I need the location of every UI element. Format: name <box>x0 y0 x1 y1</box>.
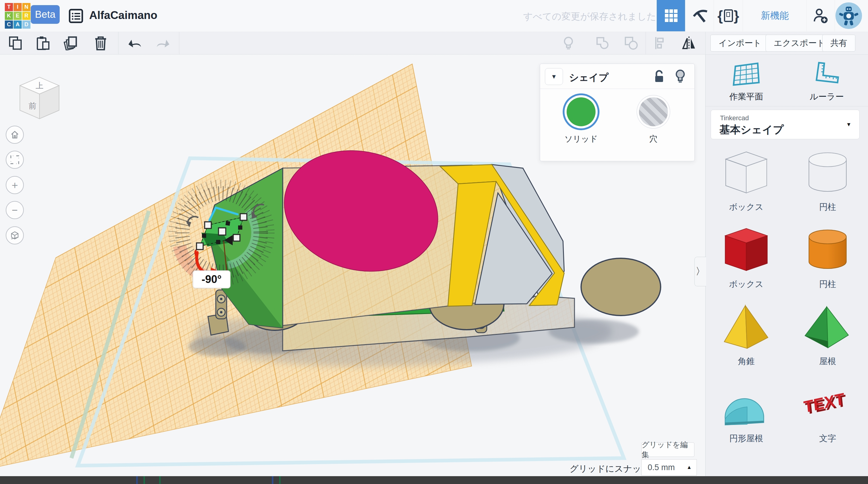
hole-label: 穴 <box>623 133 684 144</box>
library-brand: Tinkercad <box>720 114 749 122</box>
codeblocks-button[interactable]: {} <box>714 0 743 31</box>
caret-up-icon: ▲ <box>687 464 692 471</box>
shape-label: 円形屋根 <box>709 433 784 444</box>
cylinder-hole-icon <box>799 148 856 198</box>
box-red-icon <box>718 225 775 275</box>
shape-gallery: ボックス 円柱 ボックス <box>706 148 868 444</box>
paste-button[interactable] <box>36 36 50 50</box>
shape-item-box-hole[interactable]: ボックス <box>709 148 784 213</box>
mirror-button[interactable] <box>682 36 696 50</box>
edit-toolbar: インポート エクスポート 共有 <box>0 32 868 55</box>
logo-tile: K <box>5 12 13 20</box>
shape-library-select[interactable]: Tinkercad 基本シェイプ ▼ <box>711 110 860 139</box>
roof-icon <box>799 302 856 353</box>
share-button[interactable]: 共有 <box>822 35 855 52</box>
undo-button[interactable] <box>128 36 142 50</box>
invite-collaborator-button[interactable] <box>807 0 835 31</box>
shape-panel-title: シェイプ <box>569 71 609 84</box>
scale-handle-corner[interactable] <box>205 222 211 229</box>
brackets-icon: {} <box>718 7 739 24</box>
ruler-tool[interactable]: ルーラー <box>787 61 866 102</box>
logo-tile: T <box>5 3 13 11</box>
group-button[interactable] <box>595 36 610 50</box>
scale-handle-mid[interactable] <box>238 225 242 230</box>
collapse-panel-button[interactable]: ▼ <box>545 68 563 85</box>
sidebar-collapse-tab[interactable]: 〉 <box>694 257 706 286</box>
light-mode-button[interactable] <box>561 36 576 50</box>
edit-grid-button[interactable]: グリッドを編集 <box>641 443 694 457</box>
fit-view-button[interactable] <box>6 151 24 169</box>
bottom-clipped-bar <box>0 476 868 484</box>
shape-item-cylinder-orange[interactable]: 円柱 <box>790 225 865 290</box>
shape-item-round-roof[interactable]: 円形屋根 <box>709 379 784 444</box>
hole-option[interactable] <box>639 97 668 126</box>
perspective-toggle-button[interactable] <box>6 226 24 244</box>
visibility-bulb-icon[interactable] <box>674 69 687 84</box>
ungroup-button[interactable] <box>624 36 638 50</box>
view-cube-front-label[interactable]: 前 <box>29 101 36 110</box>
user-avatar[interactable] <box>835 2 862 29</box>
shape-label: 角錐 <box>709 356 784 367</box>
scale-handle-mid[interactable] <box>202 234 206 238</box>
ruler-label: ルーラー <box>787 91 866 102</box>
rotation-angle-badge: -90° <box>193 271 230 288</box>
scale-handle-corner[interactable] <box>233 235 240 241</box>
shape-item-text[interactable]: TEXT TEXT 文字 <box>790 379 865 444</box>
box-hole-icon <box>718 148 775 198</box>
shape-panel-body: ソリッド 穴 <box>540 89 694 161</box>
logo-tile: I <box>13 3 22 11</box>
scale-handle-mid[interactable] <box>225 221 230 226</box>
home-view-button[interactable] <box>6 126 24 144</box>
document-list-icon[interactable] <box>69 9 83 23</box>
zoom-in-button[interactable]: ＋ <box>6 176 24 194</box>
solid-option[interactable] <box>567 97 595 126</box>
minecraft-export-button[interactable] <box>685 0 714 31</box>
shape-item-cylinder-hole[interactable]: 円柱 <box>790 148 865 213</box>
view-cube-top-label[interactable]: 上 <box>36 81 43 90</box>
snap-grid-value: 0.5 mm <box>648 463 675 472</box>
unlock-icon[interactable] <box>653 70 665 83</box>
design-title[interactable]: AlfaCaimano <box>89 9 157 22</box>
robot-avatar-image <box>835 2 862 29</box>
dashboard-grid-button[interactable] <box>656 0 685 31</box>
person-add-icon <box>813 8 829 24</box>
logo-tile: C <box>5 21 13 29</box>
zoom-out-button[interactable]: − <box>6 201 24 219</box>
redo-button[interactable] <box>156 36 170 50</box>
shape-label: 屋根 <box>790 356 865 367</box>
snap-grid-select[interactable]: 0.5 mm ▲ <box>641 459 697 476</box>
logo-tile: D <box>22 21 30 29</box>
import-button[interactable]: インポート <box>710 35 770 52</box>
shape-label: 円柱 <box>790 278 865 290</box>
shape-item-roof[interactable]: 屋根 <box>790 302 865 367</box>
align-button[interactable] <box>653 36 668 50</box>
duplicate-button[interactable] <box>63 36 78 50</box>
shape-label: 円柱 <box>790 201 865 213</box>
scale-handle-corner[interactable] <box>196 243 203 249</box>
beta-badge[interactable]: Beta <box>31 5 60 24</box>
ruler-icon <box>813 61 841 87</box>
sidebar-tools-row: 作業平面 ルーラー <box>706 54 868 107</box>
new-features-link[interactable]: 新機能 <box>747 0 802 31</box>
workplane-tool[interactable]: 作業平面 <box>707 61 785 102</box>
scale-handle-mid[interactable] <box>216 240 220 244</box>
shape-label: ボックス <box>709 201 784 213</box>
center-handle[interactable] <box>218 228 226 235</box>
round-roof-icon <box>718 379 775 430</box>
snap-grid-label: グリッドにスナップ <box>569 463 650 475</box>
caret-down-icon: ▼ <box>846 121 851 128</box>
copy-button[interactable] <box>8 36 23 50</box>
text-shape-icon: TEXT TEXT <box>799 379 856 430</box>
view-cube[interactable]: 上 前 <box>17 72 62 120</box>
shape-label: 文字 <box>790 433 865 444</box>
shape-item-box-red[interactable]: ボックス <box>709 225 784 290</box>
tinkercad-logo[interactable]: T I N K E R C A D <box>5 3 31 29</box>
delete-button[interactable] <box>93 36 108 50</box>
logo-tile: R <box>22 12 30 20</box>
shape-item-pyramid[interactable]: 角錐 <box>709 302 784 367</box>
scale-handle-corner[interactable] <box>240 214 247 220</box>
cylinder-orange-icon <box>799 225 856 275</box>
vehicle-wheel-rear-right[interactable] <box>581 258 661 315</box>
svg-text:-90°: -90° <box>202 273 221 285</box>
pickaxe-icon <box>691 7 708 24</box>
